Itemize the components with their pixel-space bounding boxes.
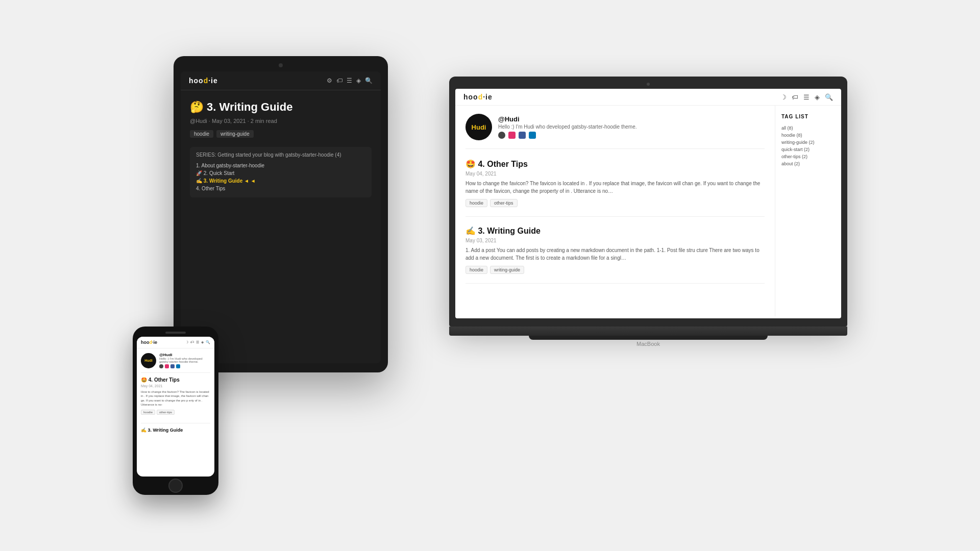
laptop-social-icons [498,132,637,139]
laptop-avatar: Hudi [465,114,492,140]
tablet-nav-icons: ⚙ 🏷 ☰ ◈ 🔍 [327,77,373,84]
phone-tag-icon[interactable]: 🏷 [190,340,194,344]
scene: hood·ie ⚙ 🏷 ☰ ◈ 🔍 🤔 3. Writing Guide @Hu… [133,46,847,505]
phone-post-card-2: ✍️ 3. Writing Guide [141,428,210,433]
tablet-series-box: SERIES: Getting started your blog with g… [190,147,372,197]
laptop-post-card-2: ✍️ 3. Writing Guide May 03, 2021 1. Add … [465,226,765,284]
laptop-lid: hood·ie ☽ 🏷 ☰ ◈ 🔍 Hudi [449,77,847,327]
phone-post-date-1: May 04, 2021 [141,384,210,388]
tablet-logo: hood·ie [189,77,218,85]
laptop-main-content: Hudi @Hudi Hello :) I'm Hudi who develop… [455,106,775,316]
phone-speaker [165,332,186,334]
github-icon[interactable] [498,132,505,139]
phone-linkedin-icon[interactable] [176,364,180,368]
phone-content: Hudi @Hudi Hello :) I'm Hudi who develop… [137,348,214,437]
laptop-post-tags-2: hoodie writing-guide [465,266,765,274]
tablet-post-meta: @Hudi · May 03, 2021 · 2 min read [190,118,372,124]
phone-author-section: Hudi @Hudi Hello :) I'm Hudi who develop… [141,353,210,373]
laptop-sidebar: TAG LIST all (8) hoodie (8) writing-guid… [775,106,841,316]
tablet-post-title: 🤔 3. Writing Guide [190,101,372,114]
phone-social-icons [159,364,210,368]
search-icon[interactable]: 🔍 [365,77,373,84]
laptop-author-name: @Hudi [498,115,637,123]
laptop-sidebar-item-othertips[interactable]: other-tips (2) [781,153,835,160]
rss-icon[interactable]: ◈ [356,77,361,84]
phone-github-icon[interactable] [159,364,163,368]
tablet-series-item-3[interactable]: ✍️ 3. Writing Guide ◄ [196,177,365,185]
facebook-icon[interactable] [519,132,526,139]
phone-moon-icon[interactable]: ☽ [185,340,188,344]
laptop-sidebar-title: TAG LIST [781,114,835,119]
phone-nav-icons: ☽ 🏷 ☰ ◈ 🔍 [185,340,210,344]
phone-rss-icon[interactable]: ◈ [201,340,204,344]
tablet-tags: hoodie writing-guide [190,130,372,138]
phone-home-button[interactable] [168,479,183,493]
tablet-tag-hoodie[interactable]: hoodie [190,130,213,138]
laptop-nav-icons: ☽ 🏷 ☰ ◈ 🔍 [780,93,833,101]
laptop-post-date-1: May 04, 2021 [465,171,765,177]
laptop-device: hood·ie ☽ 🏷 ☰ ◈ 🔍 Hudi [449,77,847,383]
tag-icon[interactable]: 🏷 [792,93,798,101]
laptop-camera [647,83,650,86]
phone-device: hood·ie ☽ 🏷 ☰ ◈ 🔍 Hudi @Hudi Hello :) I'… [133,327,218,495]
tablet-screen: hood·ie ⚙ 🏷 ☰ ◈ 🔍 🤔 3. Writing Guide @Hu… [181,71,381,363]
laptop-sidebar-item-all[interactable]: all (8) [781,124,835,132]
laptop-post-excerpt-1: How to change the favicon? The favicon i… [465,180,765,195]
phone-author-name: @Hudi [159,353,210,357]
phone-instagram-icon[interactable] [165,364,169,368]
settings-icon[interactable]: ⚙ [327,77,332,84]
phone-post-tags-1: hoodie other-tips [141,410,210,415]
search-icon[interactable]: 🔍 [825,93,833,101]
instagram-icon[interactable] [508,132,516,139]
tablet-content: 🤔 3. Writing Guide @Hudi · May 03, 2021 … [181,90,381,208]
phone-logo: hood·ie [141,340,157,345]
laptop-camera-row [455,83,841,86]
phone-tag-othertips[interactable]: other-tips [157,410,175,415]
laptop-tag-hoodie-2[interactable]: hoodie [465,266,487,274]
phone-avatar: Hudi [141,353,156,368]
linkedin-icon[interactable] [529,132,536,139]
laptop-author-bio: Hello :) I'm Hudi who developed gatsby-s… [498,124,637,130]
phone-author-info: @Hudi Hello :) I'm Hudi who developed ga… [159,353,210,368]
laptop-logo: hood·ie [463,93,493,101]
laptop-sidebar-item-writing[interactable]: writing-guide (2) [781,139,835,146]
laptop-tag-hoodie-1[interactable]: hoodie [465,199,487,207]
phone-screen: hood·ie ☽ 🏷 ☰ ◈ 🔍 Hudi @Hudi Hello :) I'… [137,337,214,477]
laptop-post-title-1[interactable]: 🤩 4. Other Tips [465,159,765,169]
phone-search-icon[interactable]: 🔍 [206,340,210,344]
tablet-series-item-4[interactable]: 4. Other Tips [196,185,365,192]
phone-post-excerpt-1: How to change the favicon? The favicon i… [141,390,210,407]
laptop-tag-othertips[interactable]: other-tips [490,199,518,207]
tablet-series-item-2[interactable]: 🚀 2. Quick Start [196,169,365,177]
tablet-series-item-1[interactable]: 1. About gatsby-starter-hoodie [196,162,365,169]
laptop-body: Hudi @Hudi Hello :) I'm Hudi who develop… [455,106,841,316]
laptop-label: MacBook [449,341,847,347]
laptop-sidebar-item-quickstart[interactable]: quick-start (2) [781,146,835,153]
phone-list-icon[interactable]: ☰ [196,340,199,344]
phone-post-card-1: 🤩 4. Other Tips May 04, 2021 How to chan… [141,377,210,423]
laptop-sidebar-item-about[interactable]: about (2) [781,160,835,167]
tablet-header: hood·ie ⚙ 🏷 ☰ ◈ 🔍 [181,71,381,90]
rss-icon[interactable]: ◈ [815,93,820,101]
laptop-author-section: Hudi @Hudi Hello :) I'm Hudi who develop… [465,114,765,149]
tablet-series-title: SERIES: Getting started your blog with g… [196,152,365,158]
phone-post-title-1[interactable]: 🤩 4. Other Tips [141,377,210,383]
laptop-foot [529,336,768,340]
phone-facebook-icon[interactable] [170,364,175,368]
phone-author-bio: Hello :) I'm Hudi who developed gatsby-s… [159,357,210,363]
laptop-tag-writingguide[interactable]: writing-guide [490,266,524,274]
laptop-author-info: @Hudi Hello :) I'm Hudi who developed ga… [498,115,637,139]
laptop-post-title-2[interactable]: ✍️ 3. Writing Guide [465,226,765,236]
laptop-screen: hood·ie ☽ 🏷 ☰ ◈ 🔍 Hudi [455,89,841,318]
laptop-sidebar-item-hoodie[interactable]: hoodie (8) [781,132,835,139]
tablet-tag-writing-guide[interactable]: writing-guide [216,130,254,138]
list-icon[interactable]: ☰ [803,93,810,101]
tag-icon[interactable]: 🏷 [336,77,342,84]
laptop-post-excerpt-2: 1. Add a post You can add posts by creat… [465,246,765,262]
phone-tag-hoodie[interactable]: hoodie [141,410,155,415]
dark-mode-icon[interactable]: ☽ [780,93,787,101]
phone-post-title-2[interactable]: ✍️ 3. Writing Guide [141,428,210,433]
tablet-device: hood·ie ⚙ 🏷 ☰ ◈ 🔍 🤔 3. Writing Guide @Hu… [174,56,388,372]
list-icon[interactable]: ☰ [347,77,352,84]
tablet-camera [279,63,283,67]
